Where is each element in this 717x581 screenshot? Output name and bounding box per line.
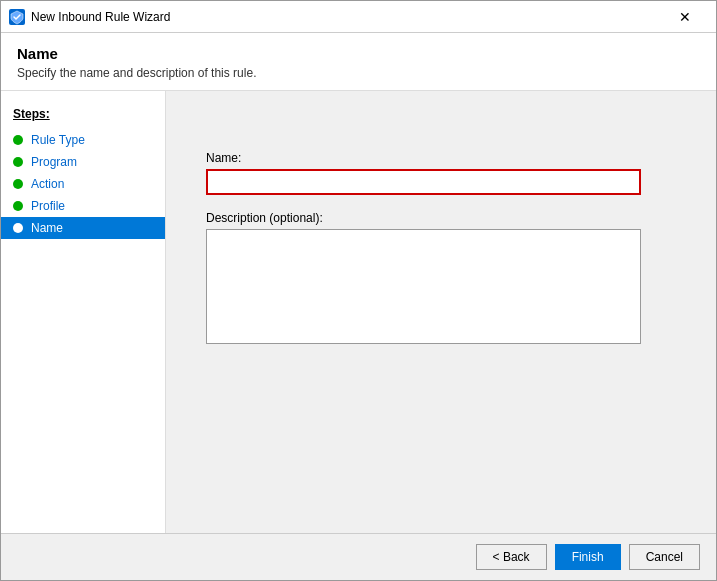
step-dot-program xyxy=(13,157,23,167)
step-dot-action xyxy=(13,179,23,189)
sidebar-item-action[interactable]: Action xyxy=(1,173,165,195)
sidebar-item-program[interactable]: Program xyxy=(1,151,165,173)
description-input[interactable] xyxy=(206,229,641,344)
sidebar-item-rule-type[interactable]: Rule Type xyxy=(1,129,165,151)
sidebar-label-program: Program xyxy=(31,155,77,169)
sidebar-item-name[interactable]: Name xyxy=(1,217,165,239)
sidebar-label-rule-type: Rule Type xyxy=(31,133,85,147)
name-label: Name: xyxy=(206,151,676,165)
header-section: Name Specify the name and description of… xyxy=(1,33,716,91)
back-button[interactable]: < Back xyxy=(476,544,547,570)
name-group: Name: xyxy=(206,151,676,195)
sidebar: Steps: Rule Type Program Action Profile xyxy=(1,91,166,533)
bottom-bar: < Back Finish Cancel xyxy=(1,533,716,580)
wizard-window: New Inbound Rule Wizard ✕ Name Specify t… xyxy=(0,0,717,581)
title-bar: New Inbound Rule Wizard ✕ xyxy=(1,1,716,33)
step-dot-rule-type xyxy=(13,135,23,145)
step-dot-profile xyxy=(13,201,23,211)
page-title: Name xyxy=(17,45,700,62)
step-dot-name xyxy=(13,223,23,233)
finish-button[interactable]: Finish xyxy=(555,544,621,570)
sidebar-label-action: Action xyxy=(31,177,64,191)
description-group: Description (optional): xyxy=(206,211,676,347)
form-area: Name: Description (optional): xyxy=(166,91,716,533)
content-area: Name Specify the name and description of… xyxy=(1,33,716,533)
window-title: New Inbound Rule Wizard xyxy=(31,10,662,24)
description-label: Description (optional): xyxy=(206,211,676,225)
main-section: Steps: Rule Type Program Action Profile xyxy=(1,91,716,533)
sidebar-label-profile: Profile xyxy=(31,199,65,213)
sidebar-label-name: Name xyxy=(31,221,63,235)
close-button[interactable]: ✕ xyxy=(662,1,708,33)
sidebar-item-profile[interactable]: Profile xyxy=(1,195,165,217)
cancel-button[interactable]: Cancel xyxy=(629,544,700,570)
name-input[interactable] xyxy=(206,169,641,195)
steps-label: Steps: xyxy=(1,103,165,129)
page-subtitle: Specify the name and description of this… xyxy=(17,66,700,80)
app-icon xyxy=(9,9,25,25)
